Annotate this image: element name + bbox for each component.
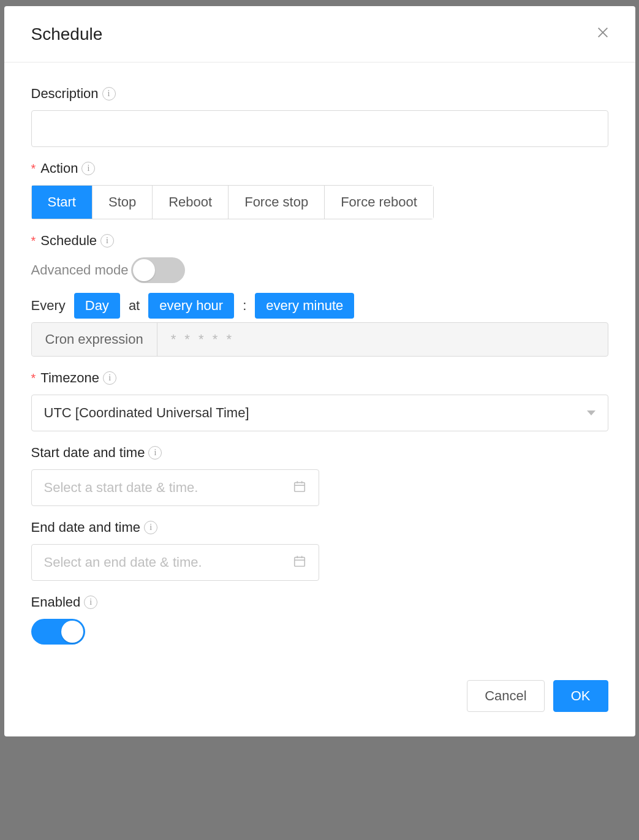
advanced-mode-label: Advanced mode: [31, 262, 129, 278]
timezone-value: UTC [Coordinated Universal Time]: [44, 405, 249, 421]
modal-body: Description i * Action i Start Stop Rebo…: [4, 62, 635, 668]
start-date-placeholder: Select a start date & time.: [44, 480, 199, 496]
calendar-icon: [293, 554, 306, 570]
calendar-icon: [293, 480, 306, 496]
required-marker: *: [31, 162, 36, 176]
timezone-select[interactable]: UTC [Coordinated Universal Time]: [31, 395, 608, 431]
timezone-field: * Timezone i UTC [Coordinated Universal …: [31, 370, 608, 431]
modal-header: Schedule: [4, 6, 635, 62]
enabled-field: Enabled i: [31, 594, 608, 647]
description-label: Description i: [31, 86, 608, 102]
timezone-label: * Timezone i: [31, 370, 608, 386]
svg-rect-2: [294, 483, 304, 492]
every-label: Every: [31, 298, 66, 314]
start-date-label: Start date and time i: [31, 445, 608, 461]
end-date-field: End date and time i Select an end date &…: [31, 520, 608, 581]
cron-expression-label: Cron expression: [32, 323, 157, 356]
required-marker: *: [31, 371, 36, 385]
info-icon[interactable]: i: [102, 87, 116, 100]
toggle-knob: [61, 621, 83, 643]
action-field: * Action i Start Stop Reboot Force stop …: [31, 161, 608, 219]
cancel-button[interactable]: Cancel: [467, 680, 544, 712]
enabled-label: Enabled i: [31, 594, 608, 610]
cron-expression-value: * * * * *: [157, 323, 608, 356]
close-icon: [596, 26, 610, 39]
timezone-label-text: Timezone: [40, 370, 99, 386]
info-icon[interactable]: i: [144, 521, 157, 534]
end-date-placeholder: Select an end date & time.: [44, 554, 202, 570]
action-stop-button[interactable]: Stop: [93, 186, 153, 219]
ok-button[interactable]: OK: [553, 680, 608, 712]
description-label-text: Description: [31, 86, 99, 102]
cron-unit-select[interactable]: Day: [74, 293, 120, 319]
cron-hour-select[interactable]: every hour: [148, 293, 234, 319]
cron-minute-select[interactable]: every minute: [255, 293, 354, 319]
required-marker: *: [31, 234, 36, 248]
at-label: at: [129, 298, 140, 314]
description-input[interactable]: [31, 110, 608, 147]
modal-footer: Cancel OK: [4, 668, 635, 736]
action-reboot-button[interactable]: Reboot: [153, 186, 229, 219]
end-date-input[interactable]: Select an end date & time.: [31, 544, 319, 581]
advanced-mode-row: Advanced mode: [31, 257, 608, 283]
info-icon[interactable]: i: [100, 234, 114, 248]
chevron-down-icon: [587, 411, 596, 415]
action-force-reboot-button[interactable]: Force reboot: [325, 186, 433, 219]
svg-rect-6: [294, 558, 304, 567]
toggle-knob: [133, 259, 155, 281]
schedule-modal: Schedule Description i * Action i Start …: [4, 6, 635, 736]
end-date-label: End date and time i: [31, 520, 608, 535]
action-start-button[interactable]: Start: [32, 186, 93, 219]
start-date-input[interactable]: Select a start date & time.: [31, 469, 319, 506]
info-icon[interactable]: i: [148, 446, 162, 460]
schedule-label-text: Schedule: [40, 233, 97, 249]
colon-label: :: [243, 298, 246, 314]
enabled-label-text: Enabled: [31, 594, 81, 610]
info-icon[interactable]: i: [84, 596, 97, 609]
schedule-field: * Schedule i Advanced mode Every Day at …: [31, 233, 608, 357]
end-date-label-text: End date and time: [31, 520, 141, 535]
advanced-mode-toggle[interactable]: [131, 257, 185, 283]
modal-title: Schedule: [31, 25, 103, 44]
enabled-toggle[interactable]: [31, 619, 85, 645]
cron-builder-row: Every Day at every hour : every minute: [31, 293, 608, 319]
action-label-text: Action: [40, 161, 78, 176]
close-button[interactable]: [592, 21, 613, 47]
start-date-field: Start date and time i Select a start dat…: [31, 445, 608, 506]
action-force-stop-button[interactable]: Force stop: [229, 186, 325, 219]
info-icon[interactable]: i: [81, 162, 95, 175]
action-label: * Action i: [31, 161, 608, 176]
action-radio-group: Start Stop Reboot Force stop Force reboo…: [31, 185, 434, 219]
schedule-label: * Schedule i: [31, 233, 608, 249]
cron-expression-display: Cron expression * * * * *: [31, 322, 608, 357]
info-icon[interactable]: i: [103, 371, 116, 385]
description-field: Description i: [31, 86, 608, 147]
start-date-label-text: Start date and time: [31, 445, 145, 461]
